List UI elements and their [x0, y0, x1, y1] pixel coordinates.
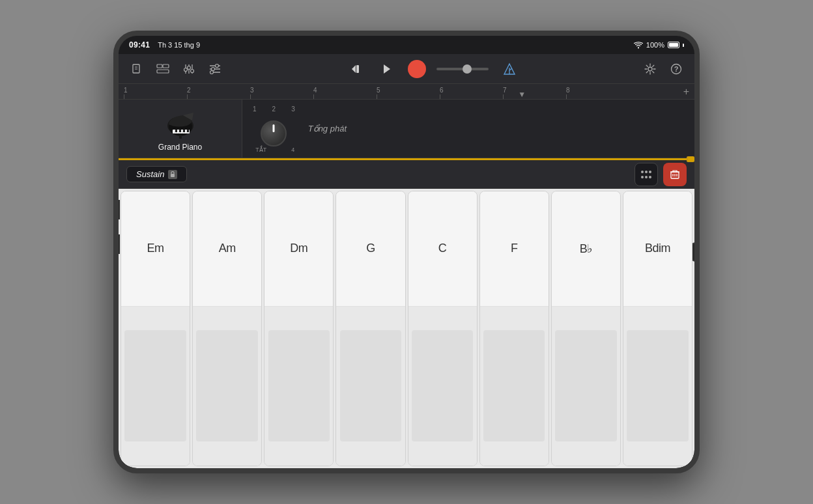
delete-icon — [670, 169, 680, 180]
ruler-mark-2: 2 — [187, 87, 191, 94]
playhead-marker: ▼ — [518, 90, 526, 99]
knob-label-3: 3 — [291, 105, 295, 113]
equalizer-button[interactable] — [205, 59, 225, 79]
svg-point-9 — [184, 68, 188, 71]
chord-key-em[interactable]: Em — [121, 191, 190, 466]
chord-key-bb[interactable]: B♭ — [551, 191, 621, 466]
ruler-tick-8 — [566, 94, 567, 99]
equalizer-icon — [208, 63, 221, 75]
play-button[interactable] — [377, 59, 397, 79]
chord-keys-container: EmAmDmGCFB♭Bdim — [119, 189, 694, 468]
track-area: Grand Piano 1 2 3 TẮT 4 — [119, 100, 694, 158]
chord-key-c[interactable]: C — [408, 191, 478, 466]
battery-icon — [668, 42, 679, 48]
chord-key-label-f: F — [511, 242, 518, 255]
side-button[interactable] — [116, 122, 120, 135]
sustain-lock-icon — [168, 170, 177, 179]
svg-point-15 — [216, 64, 219, 67]
chord-key-label-am: Am — [219, 242, 236, 255]
metronome-button[interactable] — [499, 59, 520, 79]
svg-rect-40 — [187, 130, 189, 132]
new-song-icon — [131, 63, 143, 75]
status-date: Th 3 15 thg 9 — [158, 41, 200, 49]
knob-label-1: 1 — [253, 105, 257, 113]
battery-percent: 100% — [646, 41, 664, 49]
record-button[interactable] — [408, 60, 426, 78]
settings-button[interactable] — [640, 59, 661, 79]
metronome-icon — [504, 63, 515, 76]
chord-area: EmAmDmGCFB♭Bdim — [119, 189, 694, 468]
status-bar: 09:41 Th 3 15 thg 9 100% — [119, 36, 694, 54]
sustain-label: Sustain — [136, 169, 164, 179]
chord-key-dm[interactable]: Dm — [264, 191, 334, 466]
wifi-icon — [634, 42, 643, 49]
chord-key-g[interactable]: G — [335, 191, 405, 466]
ipad-screen: 09:41 Th 3 15 thg 9 100% — [119, 36, 694, 468]
help-button[interactable]: ? — [666, 59, 687, 79]
ruler-tick-4 — [313, 94, 314, 99]
mixer-button[interactable] — [178, 59, 199, 79]
svg-rect-38 — [179, 130, 181, 132]
svg-text:?: ? — [674, 65, 679, 73]
svg-rect-19 — [356, 65, 359, 73]
controls-right — [635, 163, 687, 186]
ipad-frame: 09:41 Th 3 15 thg 9 100% — [113, 31, 700, 473]
svg-rect-41 — [179, 135, 182, 139]
track-view-icon — [156, 64, 169, 74]
ruler-mark-4: 4 — [313, 87, 317, 94]
timeline-ruler: 12345678▼ + — [119, 84, 694, 100]
track-broadcast-label: Tổng phát — [308, 124, 347, 133]
rewind-button[interactable] — [345, 59, 366, 79]
svg-point-47 — [645, 176, 648, 178]
ruler-tick-1 — [124, 94, 124, 99]
ruler-mark-8: 8 — [566, 87, 570, 94]
help-icon: ? — [670, 63, 682, 75]
track-end-marker — [687, 156, 694, 162]
chord-key-f[interactable]: F — [479, 191, 549, 466]
status-time: 09:41 — [129, 40, 150, 49]
svg-point-13 — [212, 67, 215, 70]
rewind-icon — [350, 64, 361, 74]
track-progress-bar — [119, 158, 694, 160]
svg-point-17 — [210, 70, 214, 74]
play-icon — [381, 63, 393, 75]
chord-key-label-em: Em — [147, 242, 164, 255]
svg-point-48 — [649, 176, 651, 178]
svg-rect-4 — [163, 64, 169, 68]
sustain-button[interactable]: Sustain — [126, 166, 187, 182]
chord-key-am[interactable]: Am — [192, 191, 262, 466]
knob-val-4: 4 — [291, 147, 294, 153]
svg-rect-5 — [157, 70, 169, 73]
svg-marker-18 — [352, 65, 356, 73]
ruler-tick-3 — [250, 94, 251, 99]
instrument-name: Grand Piano — [158, 143, 202, 152]
mixer-icon — [183, 63, 195, 75]
track-knob[interactable] — [261, 120, 287, 147]
svg-point-43 — [641, 171, 644, 173]
status-left: 09:41 Th 3 15 thg 9 — [129, 40, 200, 49]
delete-chord-button[interactable] — [663, 163, 687, 186]
track-header[interactable]: Grand Piano — [119, 100, 242, 158]
volume-up-button[interactable] — [116, 200, 120, 219]
add-track-button[interactable]: + — [683, 86, 689, 98]
new-song-button[interactable] — [126, 59, 147, 79]
ruler-mark-3: 3 — [250, 87, 254, 94]
chord-key-label-bdim: Bdim — [645, 242, 670, 255]
svg-point-11 — [191, 69, 194, 72]
ruler-tick-2 — [187, 94, 188, 99]
svg-rect-39 — [183, 130, 185, 132]
top-toolbar: ? — [119, 54, 694, 84]
volume-down-button[interactable] — [116, 234, 120, 254]
toolbar-center — [231, 59, 635, 79]
knob-container: TẮT 4 — [255, 115, 292, 152]
svg-point-10 — [188, 66, 191, 69]
ruler-mark-5: 5 — [377, 87, 380, 94]
toolbar-left — [126, 59, 225, 79]
chord-view-button[interactable] — [635, 163, 658, 186]
chord-key-label-c: C — [438, 242, 447, 255]
chord-dots-icon — [640, 169, 653, 180]
chord-key-bdim[interactable]: Bdim — [623, 191, 692, 466]
toolbar-right: ? — [640, 59, 687, 79]
tempo-slider[interactable] — [436, 68, 489, 70]
track-view-button[interactable] — [152, 59, 173, 79]
